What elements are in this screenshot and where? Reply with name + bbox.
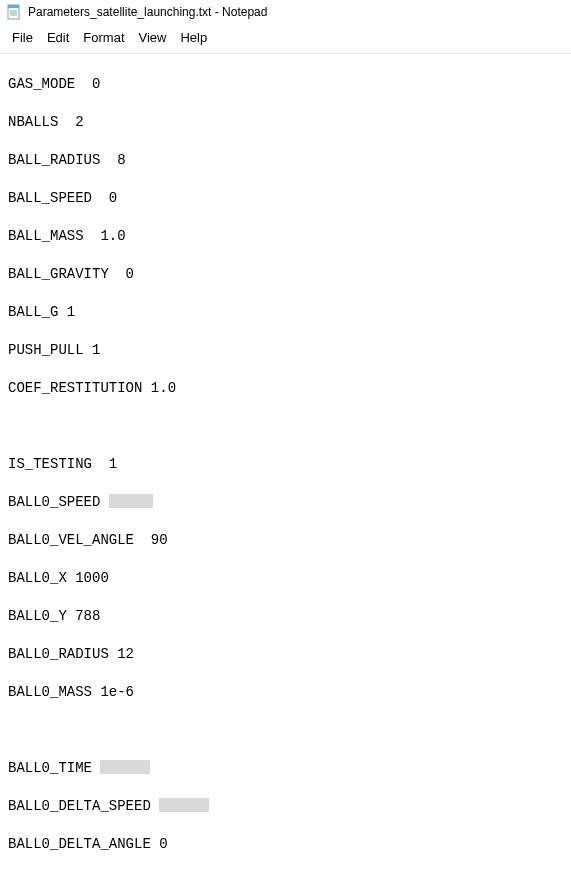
text-line: BALL0_SPEED: [8, 493, 563, 512]
text-line: BALL_MASS 1.0: [8, 227, 563, 246]
text-line: BALL0_DELTA_ANGLE 0: [8, 835, 563, 854]
text-line: BALL_RADIUS 8: [8, 151, 563, 170]
blank-line: [8, 721, 563, 740]
text-line: GAS_MODE 0: [8, 75, 563, 94]
menu-view[interactable]: View: [133, 28, 173, 47]
text-area[interactable]: GAS_MODE 0 NBALLS 2 BALL_RADIUS 8 BALL_S…: [0, 54, 571, 871]
text-line: BALL0_X 1000: [8, 569, 563, 588]
text-line: BALL0_MASS 1e-6: [8, 683, 563, 702]
redacted-value: [159, 798, 209, 812]
text-line: NBALLS 2: [8, 113, 563, 132]
redacted-value: [109, 494, 153, 508]
text-line: BALL0_VEL_ANGLE 90: [8, 531, 563, 550]
titlebar: Parameters_satellite_launching.txt - Not…: [0, 0, 571, 24]
menu-format[interactable]: Format: [77, 28, 130, 47]
text-line: BALL_G 1: [8, 303, 563, 322]
text-line: BALL0_DELTA_SPEED: [8, 797, 563, 816]
menu-file[interactable]: File: [6, 28, 39, 47]
text-segment: BALL0_TIME: [8, 760, 100, 776]
text-line: BALL_GRAVITY 0: [8, 265, 563, 284]
redacted-value: [100, 760, 150, 774]
notepad-icon: [6, 4, 22, 20]
text-line: IS_TESTING 1: [8, 455, 563, 474]
text-segment: BALL0_DELTA_SPEED: [8, 798, 159, 814]
text-line: COEF_RESTITUTION 1.0: [8, 379, 563, 398]
menu-edit[interactable]: Edit: [41, 28, 75, 47]
blank-line: [8, 417, 563, 436]
window-title: Parameters_satellite_launching.txt - Not…: [28, 5, 267, 19]
menubar: File Edit Format View Help: [0, 24, 571, 54]
text-line: PUSH_PULL 1: [8, 341, 563, 360]
menu-help[interactable]: Help: [174, 28, 213, 47]
svg-rect-1: [8, 5, 19, 8]
text-segment: BALL0_SPEED: [8, 494, 109, 510]
text-line: BALL0_Y 788: [8, 607, 563, 626]
text-line: BALL_SPEED 0: [8, 189, 563, 208]
text-line: BALL0_RADIUS 12: [8, 645, 563, 664]
text-line: BALL0_TIME: [8, 759, 563, 778]
